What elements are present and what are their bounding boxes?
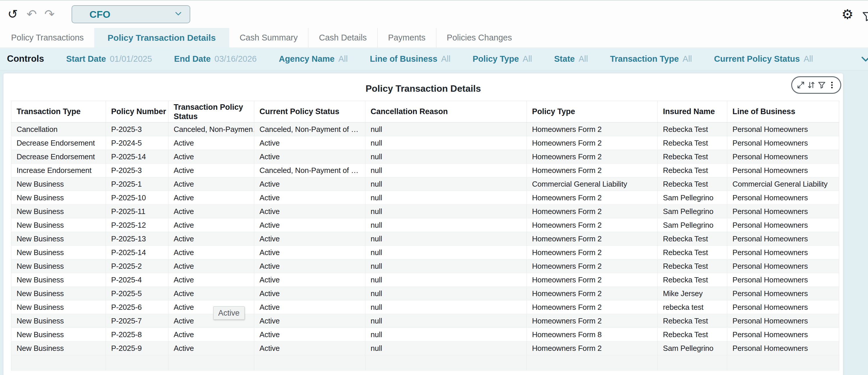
table-cell[interactable]: New Business xyxy=(11,191,106,205)
table-cell[interactable]: P-2024-5 xyxy=(106,136,168,150)
table-cell[interactable]: Rebecka Test xyxy=(658,232,727,246)
table-cell[interactable]: New Business xyxy=(11,273,106,287)
table-cell[interactable]: Mike Jersey xyxy=(658,287,727,300)
table-cell[interactable]: Canceled, Non-Payment of … xyxy=(254,122,365,136)
table-cell[interactable]: Rebecka Test xyxy=(658,328,727,342)
redo-icon[interactable]: ↷ xyxy=(44,8,54,20)
table-cell[interactable]: Active xyxy=(168,273,254,287)
table-cell[interactable]: P-2025-14 xyxy=(106,150,168,164)
column-header-current-policy-status[interactable]: Current Policy Status xyxy=(254,101,365,122)
table-cell[interactable]: Homeowners Form 2 xyxy=(527,246,658,259)
dataset-selector[interactable]: CFO xyxy=(71,5,190,23)
table-cell[interactable]: Active xyxy=(168,177,254,191)
table-cell[interactable]: Personal Homeowners xyxy=(727,191,839,205)
table-cell[interactable]: Active xyxy=(254,219,365,232)
filter-policy-type[interactable]: Policy TypeAll xyxy=(473,54,532,64)
table-cell[interactable]: null xyxy=(365,328,527,342)
table-cell[interactable]: New Business xyxy=(11,259,106,273)
table-cell[interactable]: Active xyxy=(168,164,254,177)
filter-state[interactable]: StateAll xyxy=(554,54,588,64)
table-cell[interactable]: Active xyxy=(168,246,254,259)
table-cell[interactable]: null xyxy=(365,232,527,246)
table-cell[interactable]: Homeowners Form 2 xyxy=(527,314,658,328)
table-cell[interactable]: Active xyxy=(168,191,254,205)
column-header-policy-type[interactable]: Policy Type xyxy=(527,101,658,122)
tab-payments[interactable]: Payments xyxy=(377,28,436,48)
undo-icon[interactable]: ↶ xyxy=(27,8,37,20)
table-cell[interactable]: null xyxy=(365,191,527,205)
table-cell[interactable]: Active xyxy=(168,219,254,232)
table-cell[interactable]: P-2025-3 xyxy=(106,122,168,136)
table-cell[interactable]: Personal Homeowners xyxy=(727,246,839,259)
tab-cash-details[interactable]: Cash Details xyxy=(308,28,377,48)
table-cell[interactable]: Personal Homeowners xyxy=(727,205,839,219)
filter-start-date[interactable]: Start Date01/01/2025 xyxy=(66,54,152,64)
table-cell[interactable]: Active xyxy=(254,300,365,314)
table-cell[interactable]: null xyxy=(365,122,527,136)
table-cell[interactable]: P-2025-12 xyxy=(106,219,168,232)
table-cell[interactable]: null xyxy=(365,177,527,191)
filter-current-policy-status[interactable]: Current Policy StatusAll xyxy=(714,54,813,64)
table-cell[interactable]: Active xyxy=(254,136,365,150)
filter-value[interactable]: 01/01/2025 xyxy=(110,54,152,64)
table-cell[interactable]: null xyxy=(365,300,527,314)
table-cell[interactable]: Personal Homeowners xyxy=(727,328,839,342)
menu-kebab-icon[interactable] xyxy=(828,81,836,89)
table-cell[interactable]: Canceled, Non-Payment of … xyxy=(254,164,365,177)
table-cell[interactable]: Homeowners Form 2 xyxy=(527,232,658,246)
table-cell[interactable]: null xyxy=(365,164,527,177)
table-cell[interactable]: Homeowners Form 2 xyxy=(527,191,658,205)
table-cell[interactable]: null xyxy=(365,273,527,287)
table-cell[interactable]: Homeowners Form 2 xyxy=(527,287,658,300)
table-cell[interactable]: Active xyxy=(254,232,365,246)
table-cell[interactable]: Personal Homeowners xyxy=(727,150,839,164)
table-cell[interactable]: Active xyxy=(254,273,365,287)
table-cell[interactable]: Homeowners Form 2 xyxy=(527,164,658,177)
table-cell[interactable]: null xyxy=(365,287,527,300)
table-cell[interactable]: null xyxy=(365,219,527,232)
table-cell[interactable]: Active xyxy=(168,259,254,273)
filter-icon[interactable] xyxy=(817,80,827,90)
table-cell[interactable]: null xyxy=(365,205,527,219)
table-cell[interactable]: Active xyxy=(168,232,254,246)
table-cell[interactable]: Personal Homeowners xyxy=(727,219,839,232)
table-cell[interactable]: Homeowners Form 2 xyxy=(527,342,658,355)
tab-policies-changes[interactable]: Policies Changes xyxy=(436,28,522,48)
table-cell[interactable]: Homeowners Form 2 xyxy=(527,122,658,136)
table-cell[interactable]: P-2025-8 xyxy=(106,328,168,342)
filter-value[interactable]: All xyxy=(338,54,348,64)
table-cell[interactable]: Sam Pellegrino xyxy=(658,205,727,219)
table-cell[interactable]: New Business xyxy=(11,300,106,314)
table-cell[interactable]: Personal Homeowners xyxy=(727,273,839,287)
filter-transaction-type[interactable]: Transaction TypeAll xyxy=(610,54,692,64)
table-cell[interactable]: null xyxy=(365,314,527,328)
filter-end-date[interactable]: End Date03/16/2026 xyxy=(174,54,257,64)
table-cell[interactable]: Rebecka Test xyxy=(658,177,727,191)
table-cell[interactable]: null xyxy=(365,246,527,259)
table-cell[interactable]: New Business xyxy=(11,246,106,259)
tab-policy-transaction-details[interactable]: Policy Transaction Details xyxy=(94,26,229,48)
tab-policy-transactions[interactable]: Policy Transactions xyxy=(1,28,94,48)
table-cell[interactable]: Sam Pellegrino xyxy=(658,191,727,205)
table-cell[interactable]: Sam Pellegrino xyxy=(658,342,727,355)
table-cell[interactable]: Homeowners Form 2 xyxy=(527,150,658,164)
table-cell[interactable]: P-2025-3 xyxy=(106,164,168,177)
table-cell[interactable]: Rebecka Test xyxy=(658,136,727,150)
maximize-icon[interactable] xyxy=(796,80,805,90)
table-cell[interactable]: Commercial General Liability xyxy=(527,177,658,191)
table-cell[interactable]: Active xyxy=(168,342,254,355)
sort-icon[interactable] xyxy=(807,80,816,90)
table-cell[interactable]: P-2025-2 xyxy=(106,259,168,273)
column-header-line-of-business[interactable]: Line of Business xyxy=(727,101,839,122)
table-cell[interactable]: New Business xyxy=(11,205,106,219)
table-cell[interactable]: New Business xyxy=(11,232,106,246)
table-cell[interactable]: P-2025-4 xyxy=(106,273,168,287)
filter-icon-partial[interactable] xyxy=(861,10,868,24)
column-header-policy-number[interactable]: Policy Number xyxy=(106,101,168,122)
table-cell[interactable]: P-2025-6 xyxy=(106,300,168,314)
table-cell[interactable]: Personal Homeowners xyxy=(727,287,839,300)
table-cell[interactable]: Active xyxy=(254,328,365,342)
collapse-chevron-icon[interactable] xyxy=(859,52,868,67)
table-cell[interactable]: null xyxy=(365,150,527,164)
table-cell[interactable]: null xyxy=(365,342,527,355)
